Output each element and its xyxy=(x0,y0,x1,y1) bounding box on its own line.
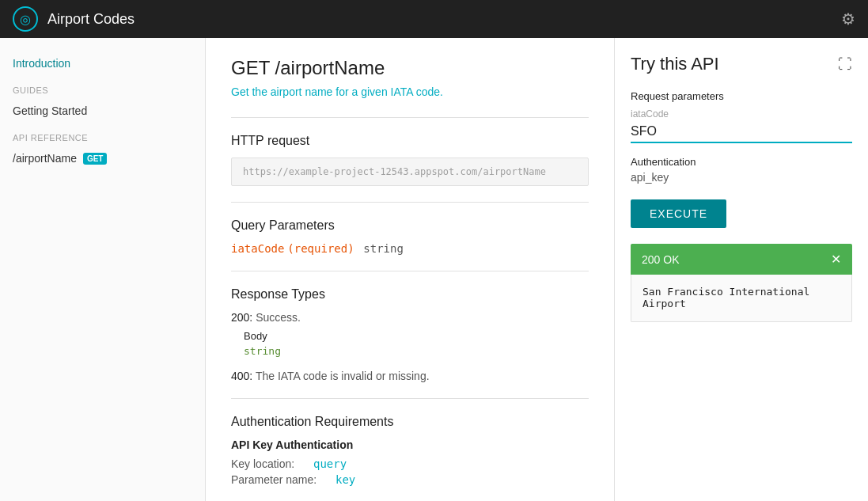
body-type: string xyxy=(244,345,589,357)
response-status: 200 OK xyxy=(642,253,679,266)
expand-icon[interactable]: ⛶ xyxy=(838,56,852,73)
page-title: GET /airportName xyxy=(231,57,589,79)
response-400-code: 400: xyxy=(231,370,252,382)
body-label: Body xyxy=(244,330,589,342)
divider-3 xyxy=(231,271,589,271)
sidebar: Introduction GUIDES Getting Started API … xyxy=(0,38,206,501)
app-title: Airport Codes xyxy=(47,11,135,28)
iata-input-label: iataCode xyxy=(631,108,852,120)
response-400: 400: The IATA code is invalid or missing… xyxy=(231,370,589,382)
sidebar-section-guides: GUIDES xyxy=(0,76,205,98)
logo-icon: ◎ xyxy=(20,12,31,27)
param-name-row: Parameter name: key xyxy=(231,473,589,486)
response-header: 200 OK ✕ xyxy=(631,244,852,275)
response-200-code: 200: xyxy=(231,311,252,324)
divider-1 xyxy=(231,117,589,118)
try-panel-header: Try this API ⛶ xyxy=(631,54,852,74)
sidebar-item-airportname[interactable]: /airportName GET xyxy=(0,146,205,171)
param-type: string xyxy=(363,242,404,255)
auth-requirements-title: Authentication Requirements xyxy=(231,415,589,429)
api-key-auth-title: API Key Authentication xyxy=(231,438,589,451)
try-panel: Try this API ⛶ Request parameters iataCo… xyxy=(615,38,868,501)
try-panel-title: Try this API xyxy=(631,54,719,74)
sidebar-airportname-label: /airportName xyxy=(13,152,77,165)
http-url: https://example-project-12543.appspot.co… xyxy=(231,158,589,186)
sidebar-section-api-reference: API REFERENCE xyxy=(0,123,205,146)
param-name: iataCode xyxy=(231,242,284,255)
response-body: San Francisco International Airport xyxy=(631,275,852,322)
response-400-desc: The IATA code is invalid or missing. xyxy=(256,370,430,382)
page-subtitle: Get the airport name for a given IATA co… xyxy=(231,85,589,98)
response-close-button[interactable]: ✕ xyxy=(831,252,841,267)
auth-section-label: Authentication xyxy=(631,156,852,168)
divider-4 xyxy=(231,398,589,399)
response-200-desc: Success. xyxy=(256,311,301,324)
sidebar-item-getting-started[interactable]: Getting Started xyxy=(0,98,205,123)
response-200: 200: Success. xyxy=(231,311,589,324)
response-types-title: Response Types xyxy=(231,287,589,302)
key-location-row: Key location: query xyxy=(231,457,589,470)
iata-input[interactable] xyxy=(631,121,852,143)
app-header: ◎ Airport Codes ⚙ xyxy=(0,0,868,38)
query-params-title: Query Parameters xyxy=(231,218,589,233)
settings-icon[interactable]: ⚙ xyxy=(841,9,855,28)
sidebar-item-introduction[interactable]: Introduction xyxy=(0,51,205,76)
divider-2 xyxy=(231,202,589,203)
execute-button[interactable]: EXECUTE xyxy=(631,199,726,228)
main-content: GET /airportName Get the airport name fo… xyxy=(206,38,615,501)
http-request-title: HTTP request xyxy=(231,134,589,148)
response-block: 200 OK ✕ San Francisco International Air… xyxy=(631,244,852,322)
header-left: ◎ Airport Codes xyxy=(13,6,135,32)
auth-value: api_key xyxy=(631,171,852,184)
body-section: Body string xyxy=(231,330,589,357)
query-params-row: iataCode (required) string xyxy=(231,242,589,255)
body-layout: Introduction GUIDES Getting Started API … xyxy=(0,38,868,501)
request-params-label: Request parameters xyxy=(631,90,852,102)
sidebar-get-badge: GET xyxy=(83,153,108,165)
param-required: (required) xyxy=(287,242,354,255)
app-logo: ◎ xyxy=(13,6,38,32)
